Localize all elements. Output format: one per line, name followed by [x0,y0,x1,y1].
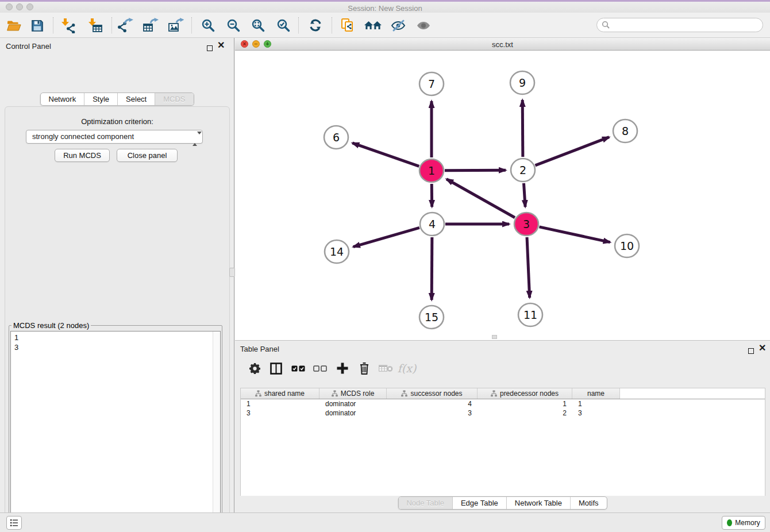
zoom-in-icon[interactable] [198,15,218,36]
graph-node-1[interactable]: 1 [419,159,444,182]
graph-node-6[interactable]: 6 [324,126,348,149]
graph-node-8[interactable]: 8 [613,119,637,142]
graph-node-15[interactable]: 15 [419,306,444,329]
column-header-name[interactable]: name [572,388,620,399]
cell-successor-nodes[interactable]: 4 [387,399,478,408]
tab-motifs[interactable]: Motifs [570,497,607,509]
run-mcds-button[interactable]: Run MCDS [55,149,110,162]
graph-node-4[interactable]: 4 [420,213,444,236]
graph-node-14[interactable]: 14 [325,240,349,263]
close-panel-icon[interactable]: ✕ [217,43,225,48]
delete-column-icon[interactable] [355,359,374,377]
graph-edge-1-6[interactable] [352,143,419,167]
clone-network-icon[interactable] [337,15,358,36]
toolbar-separator [53,17,53,33]
graph-node-2[interactable]: 2 [511,159,535,182]
zoom-fit-icon[interactable] [248,15,268,36]
memory-button[interactable]: Memory [722,516,765,530]
function-builder-icon[interactable]: f(x) [398,359,416,377]
table-row[interactable]: 1dominator411 [241,399,765,408]
svg-text:10: 10 [620,240,634,252]
tab-network[interactable]: Network [40,93,84,105]
graph-edge-4-14[interactable] [353,228,419,246]
import-table-icon[interactable] [84,15,105,36]
control-panel-tabs: NetworkStyleSelectMCDS [40,92,194,106]
mcds-result-box[interactable]: 13 [10,331,221,532]
graph-node-3[interactable]: 3 [514,213,538,236]
show-all-networks-icon[interactable] [363,15,383,36]
network-window-titlebar[interactable]: × − + scc.txt [235,38,770,51]
cell-shared-name[interactable]: 1 [241,399,319,408]
graph-edge-2-3[interactable] [523,183,525,207]
close-table-panel-icon[interactable]: ✕ [759,345,766,351]
add-column-icon[interactable] [333,359,352,377]
graph-edge-3-10[interactable] [539,227,610,242]
close-panel-button[interactable]: Close panel [117,149,178,162]
tab-select[interactable]: Select [117,93,155,105]
criterion-select[interactable]: strongly connected component [26,130,203,144]
cell-successor-nodes[interactable]: 3 [387,408,478,418]
control-panel-title: Control Panel [6,42,51,51]
result-line: 1 [14,333,217,342]
cell-name[interactable]: 3 [572,408,620,418]
network-canvas[interactable]: 7968124314101511 [235,51,770,340]
graph-node-11[interactable]: 11 [518,303,542,326]
cell-name[interactable]: 1 [572,399,620,408]
cell-mcds-role[interactable]: dominator [319,399,387,408]
graph-edge-3-1[interactable] [446,179,515,218]
search-input[interactable] [596,18,763,32]
table-row[interactable]: 3dominator323 [241,408,765,418]
export-network-icon[interactable] [115,15,136,36]
column-header-mcds-role[interactable]: MCDS role [319,388,387,399]
graph-edge-4-15[interactable] [432,237,432,300]
memory-status-icon [727,519,732,526]
export-image-icon[interactable] [165,15,186,36]
graph-edge-3-11[interactable] [527,237,530,298]
tab-mcds[interactable]: MCDS [155,93,193,105]
show-network-icon[interactable] [413,15,434,36]
tab-style[interactable]: Style [84,93,117,105]
tab-network-table[interactable]: Network Table [506,497,570,509]
node-table[interactable]: shared nameMCDS rolesuccessor nodesprede… [240,388,765,496]
column-header-predecessor-nodes[interactable]: predecessor nodes [478,388,572,399]
graph-node-9[interactable]: 9 [510,71,534,94]
open-session-icon[interactable] [3,15,24,36]
graph-node-7[interactable]: 7 [419,72,444,95]
view-resize-grip[interactable] [492,335,497,339]
cell-predecessor-nodes[interactable]: 1 [478,399,572,408]
svg-text:14: 14 [330,245,344,258]
delete-table-icon[interactable] [376,359,395,377]
cell-shared-name[interactable]: 3 [241,408,319,418]
graph-edge-1-2[interactable] [445,170,506,171]
task-history-button[interactable] [6,516,22,530]
refresh-view-icon[interactable] [305,15,326,36]
column-header-successor-nodes[interactable]: successor nodes [387,388,478,399]
float-panel-icon[interactable] [207,43,213,53]
deselect-all-columns-icon[interactable] [311,359,329,377]
float-table-panel-icon[interactable] [748,346,754,356]
save-session-icon[interactable] [26,15,47,36]
tab-node-table[interactable]: Node Table [398,497,452,509]
search-icon [602,21,610,32]
hide-network-icon[interactable] [388,15,409,36]
cell-mcds-role[interactable]: dominator [319,408,387,418]
window-title: Session: New Session [0,4,770,13]
graph-node-10[interactable]: 10 [615,234,639,257]
column-header-shared-name[interactable]: shared name [241,388,319,399]
zoom-out-icon[interactable] [223,15,244,36]
import-network-icon[interactable] [57,15,78,36]
cell-predecessor-nodes[interactable]: 2 [478,408,572,418]
zoom-selected-icon[interactable] [273,15,294,36]
graph-edge-2-9[interactable] [522,100,523,157]
toolbar-separator [191,17,192,33]
splitter-grip[interactable] [229,268,235,277]
select-all-columns-icon[interactable] [289,359,307,377]
export-table-icon[interactable] [140,15,161,36]
graph-edge-2-8[interactable] [535,137,609,165]
svg-text:2: 2 [519,164,526,176]
result-line: 3 [14,342,217,352]
column-visibility-icon[interactable] [267,359,285,377]
tab-edge-table[interactable]: Edge Table [452,497,506,509]
result-scrollbar[interactable] [213,331,220,532]
table-settings-icon[interactable] [245,359,264,377]
